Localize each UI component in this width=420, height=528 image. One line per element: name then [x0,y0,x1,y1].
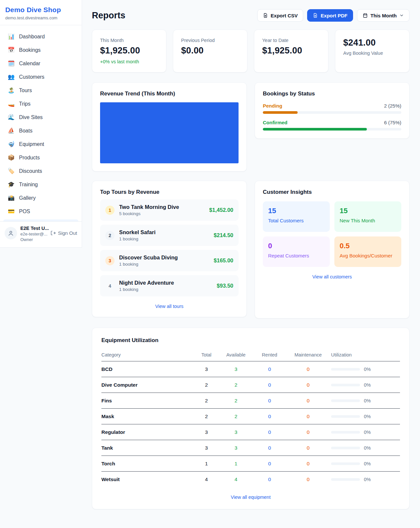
sidebar: Demo Dive Shop demo.test.divestreams.com… [0,0,82,248]
equip-category: BCD [101,366,195,372]
sidebar-item-calendar[interactable]: 🗓️Calendar [3,57,78,70]
rank-badge: 3 [105,256,115,265]
equip-utilization: 0% [331,430,400,435]
speedboat-icon: 🚤 [8,100,15,107]
col-maintenance: Maintenance [285,352,331,357]
sidebar-item-training[interactable]: 🎓Training [3,178,78,191]
revenue-trend-chart [100,102,239,163]
tour-bookings: 1 booking [119,262,209,267]
equip-available: 2 [218,414,254,419]
tile-label: Total Customers [268,218,325,223]
sidebar-item-gallery[interactable]: 📸Gallery [3,191,78,205]
equip-available: 3 [218,445,254,451]
progress-track [263,111,401,114]
graduation-cap-icon: 🎓 [8,181,15,188]
sidebar-item-label: Bookings [19,47,41,53]
equip-rented: 0 [254,398,285,404]
utilization-value: 0% [364,367,371,372]
stat-value: $241.00 [343,38,401,48]
main-content: Reports Export CSV Export PDF This Month… [82,0,420,522]
bookings-by-status-title: Bookings by Status [263,91,401,97]
utilization-track [331,431,360,434]
utilization-value: 0% [364,477,371,482]
equip-utilization: 0% [331,414,400,419]
table-row: Fins 2 2 0 0 0% [101,393,400,409]
equip-rented: 0 [254,445,285,451]
page-header: Reports Export CSV Export PDF This Month [92,9,410,22]
equip-total: 3 [195,445,218,451]
sidebar-item-boats[interactable]: ⛵Boats [3,124,78,137]
stat-card-avg-booking-value: $241.00 Avg Booking Value [335,30,410,72]
sign-out-button[interactable]: Sign Out [50,230,77,236]
utilization-track [331,399,360,402]
wave-icon: 🌊 [8,114,15,121]
tile-label: Avg Bookings/Customer [340,253,396,258]
shop-domain: demo.test.divestreams.com [5,15,76,20]
calendar-pad-icon: 🗓️ [8,60,15,67]
equip-rented: 0 [254,429,285,435]
sidebar-item-pos[interactable]: 💳POS [3,205,78,218]
equip-category: Mask [101,414,195,419]
view-all-equipment-link[interactable]: View all equipment [101,495,400,500]
island-icon: 🏝️ [8,87,15,94]
sidebar-item-discounts[interactable]: 🏷️Discounts [3,164,78,178]
package-icon: 📦 [8,154,15,161]
progress-fill [263,128,367,131]
utilization-value: 0% [364,414,371,419]
insight-tile-repeat-customers: 0 Repeat Customers [263,236,330,267]
stat-delta: +0% vs last month [100,59,158,64]
stat-card-year-to-date: Year to Date $1,925.00 [254,30,328,72]
equipment-utilization-card: Equipment Utilization Category Total Ava… [92,328,410,509]
credit-card-icon: 💳 [8,208,15,215]
sidebar-item-products[interactable]: 📦Products [3,151,78,164]
equip-total: 3 [195,429,218,435]
utilization-track [331,368,360,371]
insights-row: Top Tours by Revenue 1 Two Tank Morning … [92,181,410,318]
user-meta: E2E Test U... e2e-tester@... Owner [20,226,47,242]
sailboat-icon: ⛵ [8,127,15,134]
sidebar-item-equipment[interactable]: 🤿Equipment [3,137,78,151]
page-title: Reports [92,10,125,21]
export-csv-button[interactable]: Export CSV [257,9,304,22]
utilization-track [331,462,360,465]
view-all-tours-link[interactable]: View all tours [100,304,239,309]
export-pdf-label: Export PDF [321,13,347,18]
camera-icon: 📸 [8,194,15,201]
tour-name: Discover Scuba Diving [119,254,209,261]
equip-utilization: 0% [331,445,400,451]
sidebar-item-bookings[interactable]: 📅Bookings [3,43,78,57]
sidebar-item-label: Trips [19,101,31,107]
equip-category: Torch [101,461,195,467]
equip-utilization: 0% [331,398,400,403]
sidebar-item-label: Dashboard [19,34,45,40]
tour-bookings: 1 booking [119,236,209,241]
equip-total: 4 [195,477,218,482]
sidebar-item-tours[interactable]: 🏝️Tours [3,84,78,97]
utilization-value: 0% [364,461,371,466]
people-icon: 👥 [8,73,15,80]
sidebar-item-dive-sites[interactable]: 🌊Dive Sites [3,111,78,124]
bar-chart-icon: 📊 [8,33,15,40]
view-all-customers-link[interactable]: View all customers [263,274,401,279]
user-email: e2e-tester@... [20,232,47,236]
table-row: Mask 2 2 0 0 0% [101,409,400,424]
tour-name: Two Tank Morning Dive [119,204,205,210]
equip-utilization: 0% [331,477,400,482]
table-row: BCD 3 3 0 0 0% [101,361,400,377]
export-pdf-button[interactable]: Export PDF [307,9,353,22]
sidebar-item-label: Boats [19,128,32,134]
equip-available: 4 [218,477,254,482]
table-header-row: Category Total Available Rented Maintena… [101,348,400,361]
user-box: E2E Test U... e2e-tester@... Owner Sign … [0,221,82,247]
tour-row: 3 Discover Scuba Diving1 booking $165.00 [100,250,239,271]
tile-value: 15 [268,207,325,215]
period-select[interactable]: This Month [357,9,410,22]
rank-badge: 4 [105,281,115,291]
equip-total: 1 [195,461,218,467]
sidebar-item-dashboard[interactable]: 📊Dashboard [3,30,78,43]
equip-available: 3 [218,366,254,372]
equip-rented: 0 [254,366,285,372]
sidebar-item-trips[interactable]: 🚤Trips [3,97,78,111]
top-tours-card: Top Tours by Revenue 1 Two Tank Morning … [92,181,247,317]
sidebar-item-customers[interactable]: 👥Customers [3,70,78,84]
